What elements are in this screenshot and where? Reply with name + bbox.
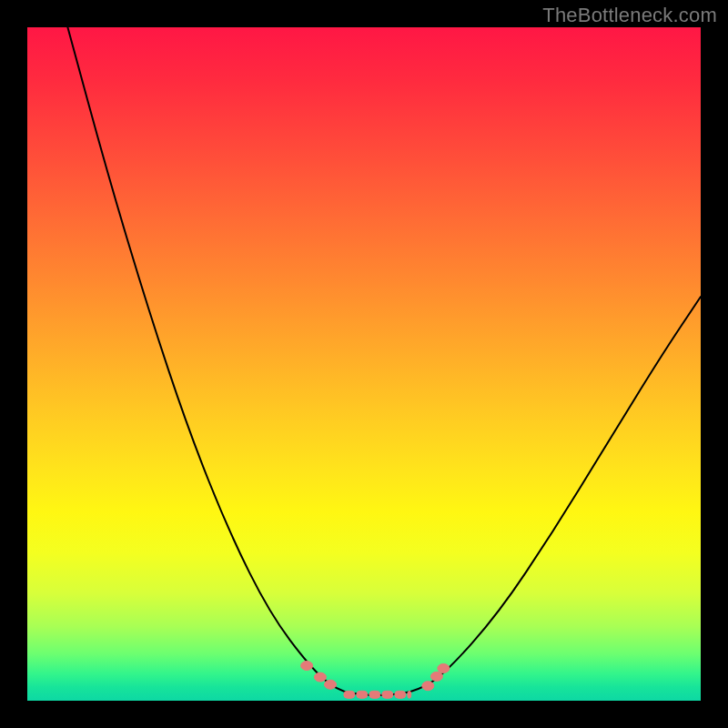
curve-marker (325, 680, 337, 689)
curve-marker (422, 682, 434, 691)
curve-marker (301, 662, 313, 671)
flat-marker (344, 691, 355, 698)
right-markers (422, 663, 450, 690)
chart-svg (27, 27, 701, 701)
flat-marker-band (344, 691, 411, 698)
watermark-text: TheBottleneck.com (542, 4, 717, 27)
curve-marker (314, 672, 326, 682)
flat-marker (395, 691, 406, 698)
left-markers (301, 662, 337, 690)
flat-marker (408, 691, 411, 698)
bottleneck-curve (67, 27, 701, 695)
curve-marker (438, 663, 450, 672)
chart-frame: TheBottleneck.com (0, 0, 728, 728)
plot-area (27, 27, 701, 701)
flat-marker (382, 691, 393, 698)
curve-marker (430, 672, 442, 681)
flat-marker (357, 691, 368, 698)
flat-marker (369, 691, 380, 698)
